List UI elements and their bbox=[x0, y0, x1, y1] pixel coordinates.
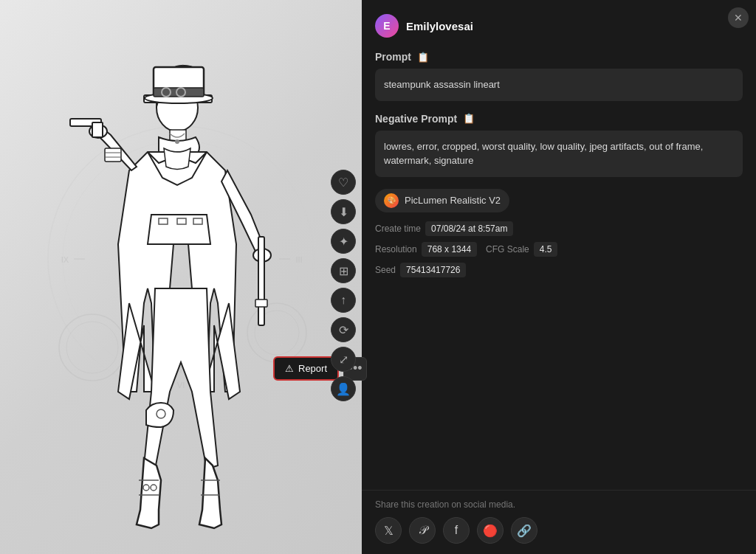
pinterest-icon: 𝒫 bbox=[419, 524, 427, 537]
share-pinterest-button[interactable]: 𝒫 bbox=[409, 517, 436, 544]
meta-create-time-row: Create time 07/08/24 at 8:57am bbox=[375, 221, 743, 236]
svg-text:VI: VI bbox=[177, 381, 185, 389]
download-button[interactable]: ⬇ bbox=[331, 199, 356, 224]
image-panel: XII III VI IX bbox=[0, 0, 362, 554]
create-time-value: 07/08/24 at 8:57am bbox=[425, 221, 513, 236]
profile-icon: 👤 bbox=[336, 382, 351, 396]
remix-icon: ✦ bbox=[339, 235, 348, 249]
compare-button[interactable]: ⊞ bbox=[331, 258, 356, 283]
upscale-icon: ↑ bbox=[340, 294, 346, 307]
meta-resolution: Resolution 768 x 1344 bbox=[375, 242, 477, 257]
svg-rect-27 bbox=[92, 122, 103, 137]
enhance-icon: ⟳ bbox=[339, 323, 348, 337]
meta-create-time: Create time 07/08/24 at 8:57am bbox=[375, 221, 513, 236]
link-icon: 🔗 bbox=[517, 524, 532, 538]
cfg-scale-value: 4.5 bbox=[534, 242, 558, 257]
right-panel: ✕ ♡ ⬇ ✦ ⊞ ↑ ⟳ ⤢ 👤 ⚠ Report bbox=[362, 0, 756, 554]
expand-button[interactable]: ⤢ bbox=[331, 347, 356, 372]
avatar: E bbox=[375, 14, 399, 38]
enhance-button[interactable]: ⟳ bbox=[331, 317, 356, 342]
download-icon: ⬇ bbox=[339, 205, 348, 219]
model-icon: 🎨 bbox=[384, 193, 399, 208]
prompt-section-label: Prompt 📋 bbox=[375, 51, 743, 63]
meta-seed: Seed 75413417726 bbox=[375, 263, 466, 277]
share-label: Share this creation on social media. bbox=[375, 499, 743, 510]
share-reddit-button[interactable]: 🔴 bbox=[477, 517, 504, 544]
info-panel: E Emilylovesai Prompt 📋 steampunk assass… bbox=[362, 0, 756, 490]
svg-rect-29 bbox=[258, 237, 264, 325]
prompt-text: steampunk assassin lineart bbox=[375, 69, 743, 101]
copy-prompt-button[interactable]: 📋 bbox=[417, 52, 429, 63]
twitter-icon: 𝕏 bbox=[384, 524, 394, 538]
profile-button[interactable]: 👤 bbox=[331, 376, 356, 401]
heart-icon: ♡ bbox=[338, 176, 348, 190]
username[interactable]: Emilylovesai bbox=[406, 20, 473, 32]
expand-icon: ⤢ bbox=[339, 353, 348, 367]
svg-point-12 bbox=[247, 303, 306, 362]
svg-text:III: III bbox=[295, 255, 302, 264]
share-facebook-button[interactable]: f bbox=[443, 517, 470, 544]
alert-icon: ⚠ bbox=[285, 363, 294, 374]
like-button[interactable]: ♡ bbox=[331, 170, 356, 195]
meta-cfg-scale: CFG Scale 4.5 bbox=[486, 242, 557, 257]
share-twitter-button[interactable]: 𝕏 bbox=[375, 517, 402, 544]
model-tag[interactable]: 🎨 PicLumen Realistic V2 bbox=[375, 189, 509, 212]
user-header: E Emilylovesai bbox=[375, 14, 743, 38]
facebook-icon: f bbox=[455, 524, 458, 537]
svg-point-10 bbox=[59, 314, 126, 381]
svg-point-41 bbox=[175, 139, 179, 144]
share-link-button[interactable]: 🔗 bbox=[511, 517, 537, 544]
remix-button[interactable]: ✦ bbox=[331, 229, 356, 254]
share-buttons: 𝕏 𝒫 f 🔴 🔗 bbox=[375, 517, 743, 544]
compare-icon: ⊞ bbox=[339, 264, 348, 278]
close-button[interactable]: ✕ bbox=[728, 7, 749, 28]
svg-text:IX: IX bbox=[61, 255, 69, 264]
seed-value: 75413417726 bbox=[400, 263, 466, 277]
resolution-value: 768 x 1344 bbox=[422, 242, 477, 257]
report-button[interactable]: ⚠ Report bbox=[273, 356, 339, 381]
svg-rect-38 bbox=[105, 148, 121, 162]
reddit-icon: 🔴 bbox=[483, 524, 498, 538]
meta-resolution-row: Resolution 768 x 1344 CFG Scale 4.5 bbox=[375, 242, 743, 257]
negative-prompt-text: lowres, error, cropped, worst quality, l… bbox=[375, 131, 743, 177]
model-name: PicLumen Realistic V2 bbox=[405, 195, 501, 206]
negative-prompt-section-label: Negative Prompt 📋 bbox=[375, 113, 743, 125]
svg-rect-30 bbox=[255, 299, 267, 307]
meta-seed-row: Seed 75413417726 bbox=[375, 263, 743, 277]
copy-negative-prompt-button[interactable]: 📋 bbox=[463, 113, 475, 124]
upscale-button[interactable]: ↑ bbox=[331, 288, 356, 313]
action-sidebar: ♡ ⬇ ✦ ⊞ ↑ ⟳ ⤢ 👤 bbox=[331, 170, 356, 401]
svg-point-11 bbox=[66, 322, 118, 373]
share-section: Share this creation on social media. 𝕏 𝒫… bbox=[362, 490, 756, 554]
